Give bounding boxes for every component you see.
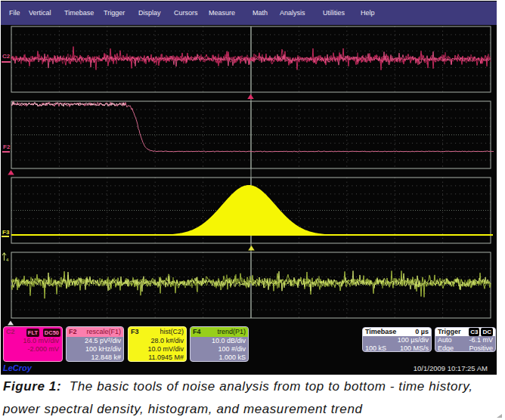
svg-text:F3: F3 bbox=[2, 229, 10, 236]
svg-text:C2: C2 bbox=[2, 53, 11, 60]
svg-text:4: 4 bbox=[6, 258, 9, 262]
svg-text:F2: F2 bbox=[3, 144, 11, 150]
